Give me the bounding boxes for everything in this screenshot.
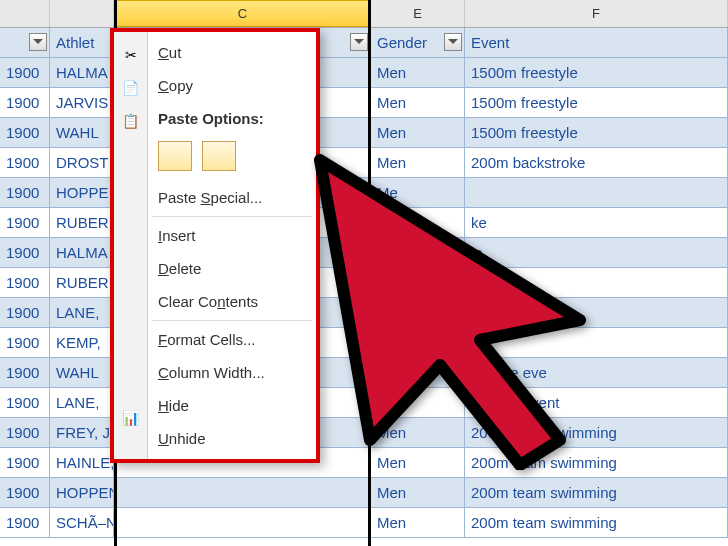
- cell-a[interactable]: 1900: [0, 208, 50, 237]
- filter-dropdown-e[interactable]: [444, 33, 462, 51]
- cell-a[interactable]: 1900: [0, 358, 50, 387]
- cell-a[interactable]: 1900: [0, 448, 50, 477]
- cell-b[interactable]: HOPPE: [50, 178, 114, 207]
- cell-c[interactable]: [114, 508, 371, 537]
- cell-a[interactable]: 1900: [0, 178, 50, 207]
- cell-b[interactable]: HOPPENBERG, Ernst: [50, 478, 114, 507]
- cell-b[interactable]: HAINLE, Max: [50, 448, 114, 477]
- paste-icon: 📋: [119, 104, 143, 137]
- cell-b[interactable]: FREY, J: [50, 418, 114, 447]
- col-header-a[interactable]: [0, 0, 50, 27]
- table-row: 1900HOPPENBERG, ErnstMen200m team swimmi…: [0, 478, 728, 508]
- filter-dropdown-a[interactable]: [29, 33, 47, 51]
- col-header-b[interactable]: [50, 0, 114, 27]
- ctx-separator: [152, 320, 312, 321]
- paste-default-icon[interactable]: [158, 141, 192, 171]
- ctx-format-cells[interactable]: Format Cells...: [148, 323, 316, 356]
- cell-b[interactable]: WAHL: [50, 358, 114, 387]
- ctx-clear-contents[interactable]: Clear Contents: [148, 285, 316, 318]
- header-athlete: Athlet: [56, 34, 94, 51]
- context-menu-icon-strip: ✂ 📄 📋 📊: [114, 32, 148, 459]
- ctx-paste-icon-row: [148, 135, 316, 181]
- cell-b[interactable]: LANE,: [50, 388, 114, 417]
- cell-b[interactable]: KEMP,: [50, 328, 114, 357]
- cell-e[interactable]: Men: [371, 58, 465, 87]
- filter-dropdown-c[interactable]: [350, 33, 368, 51]
- ctx-copy[interactable]: Copy: [148, 69, 316, 102]
- cell-a[interactable]: 1900: [0, 268, 50, 297]
- filter-cell-f: Event: [465, 28, 728, 57]
- ctx-separator: [152, 216, 312, 217]
- column-header-row: C E F: [0, 0, 728, 28]
- cell-a[interactable]: 1900: [0, 508, 50, 537]
- cell-b[interactable]: JARVIS: [50, 88, 114, 117]
- cell-f[interactable]: 1500m freestyle: [465, 88, 728, 117]
- col-header-f[interactable]: F: [465, 0, 728, 27]
- cell-c[interactable]: [114, 478, 371, 507]
- cell-b[interactable]: LANE,: [50, 298, 114, 327]
- ctx-paste-special[interactable]: Paste Special...: [148, 181, 316, 214]
- cut-icon: ✂: [119, 38, 143, 71]
- cell-f[interactable]: 1500m freestyle: [465, 58, 728, 87]
- cell-b[interactable]: RUBER: [50, 268, 114, 297]
- cell-a[interactable]: 1900: [0, 58, 50, 87]
- filter-cell-e: Gender: [371, 28, 465, 57]
- cell-a[interactable]: 1900: [0, 388, 50, 417]
- cell-b[interactable]: DROST: [50, 148, 114, 177]
- ctx-insert[interactable]: Insert: [148, 219, 316, 252]
- cell-a[interactable]: 1900: [0, 298, 50, 327]
- cell-f[interactable]: 200m team swimming: [465, 478, 728, 507]
- cursor-arrow-highlight: [300, 140, 630, 474]
- col-header-c[interactable]: C: [114, 0, 371, 27]
- filter-cell-a: [0, 28, 50, 57]
- cell-b[interactable]: HALMA: [50, 58, 114, 87]
- cell-b[interactable]: WAHL: [50, 118, 114, 147]
- ctx-paste-options: Paste Options:: [148, 102, 316, 135]
- cell-a[interactable]: 1900: [0, 88, 50, 117]
- context-menu: ✂ 📄 📋 📊 Cut Copy Paste Options: Paste Sp…: [110, 28, 320, 463]
- cell-b[interactable]: HALMA: [50, 238, 114, 267]
- ctx-column-width[interactable]: Column Width...: [148, 356, 316, 389]
- cell-b[interactable]: SCHÃ–NE, J: [50, 508, 114, 537]
- cell-e[interactable]: Men: [371, 478, 465, 507]
- cell-b[interactable]: RUBER: [50, 208, 114, 237]
- header-gender: Gender: [377, 34, 427, 51]
- cell-a[interactable]: 1900: [0, 238, 50, 267]
- copy-icon: 📄: [119, 71, 143, 104]
- ctx-delete[interactable]: Delete: [148, 252, 316, 285]
- ctx-cut[interactable]: Cut: [148, 36, 316, 69]
- cell-a[interactable]: 1900: [0, 148, 50, 177]
- table-row: 1900SCHÃ–NE, JMen200m team swimming: [0, 508, 728, 538]
- paste-values-icon[interactable]: [202, 141, 236, 171]
- cell-a[interactable]: 1900: [0, 328, 50, 357]
- cell-e[interactable]: Men: [371, 88, 465, 117]
- cell-a[interactable]: 1900: [0, 118, 50, 147]
- col-header-e[interactable]: E: [371, 0, 465, 27]
- header-event: Event: [471, 34, 509, 51]
- cell-a[interactable]: 1900: [0, 418, 50, 447]
- cell-e[interactable]: Men: [371, 508, 465, 537]
- cell-f[interactable]: 200m team swimming: [465, 508, 728, 537]
- filter-cell-b: Athlet: [50, 28, 114, 57]
- cell-a[interactable]: 1900: [0, 478, 50, 507]
- format-cells-icon: 📊: [119, 401, 143, 434]
- ctx-unhide[interactable]: Unhide: [148, 422, 316, 455]
- ctx-hide[interactable]: Hide: [148, 389, 316, 422]
